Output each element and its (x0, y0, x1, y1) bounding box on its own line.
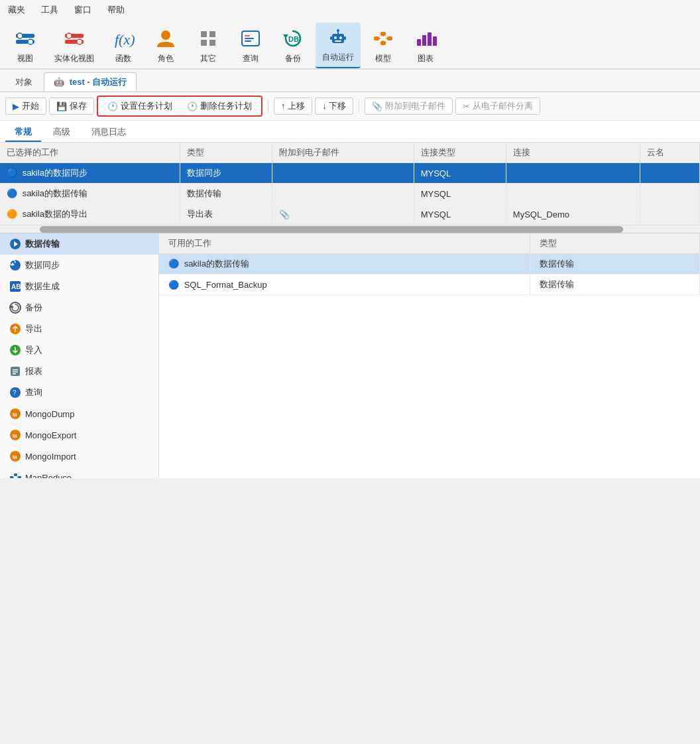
svg-rect-15 (245, 35, 250, 36)
other-icon (196, 27, 220, 50)
view-label: 视图 (17, 53, 33, 64)
data-sync-icon (9, 259, 21, 271)
sub-tab-advanced[interactable]: 高级 (44, 123, 80, 142)
data-generate-icon: AB (9, 280, 21, 292)
available-job-row[interactable]: 🔵 SQL_Format_Backup 数据传输 (159, 275, 700, 295)
menu-window[interactable]: 窗口 (72, 3, 94, 17)
svg-rect-36 (417, 39, 421, 46)
left-item-report[interactable]: 报表 (0, 361, 158, 382)
auto-run-label: 自动运行 (322, 52, 354, 63)
query-label: 查询 (243, 53, 259, 64)
cell-connection (506, 184, 640, 204)
svg-point-25 (337, 29, 339, 32)
icon-btn-auto-run[interactable]: 自动运行 (316, 23, 361, 68)
left-item-import[interactable]: 导入 (0, 340, 158, 361)
type-header: 类型 (530, 233, 700, 254)
mongodump-icon: M (9, 408, 21, 420)
menu-help[interactable]: 帮助 (105, 3, 127, 17)
svg-text:AB: AB (11, 283, 21, 290)
left-item-mongoimport[interactable]: M MongoImport (0, 446, 158, 467)
scroll-thumb[interactable] (40, 226, 623, 233)
model-icon (371, 27, 395, 50)
table-row[interactable]: 🔵 sakila的数据传输 数据传输 MYSQL (0, 184, 700, 204)
save-button[interactable]: 💾 保存 (49, 97, 94, 115)
sub-tab-general[interactable]: 常规 (5, 123, 41, 142)
backup-label: 备份 (285, 53, 301, 64)
cell-cloudname (640, 204, 700, 225)
icon-btn-query[interactable]: 查询 (231, 24, 270, 68)
cell-cloudname (640, 163, 700, 184)
left-item-data-transfer[interactable]: 数据传输 (0, 233, 158, 255)
right-panel: 可用的工作 类型 🔵 sakila的数据传输 数据传输 🔵 SQL_Format… (159, 233, 700, 478)
horizontal-scrollbar[interactable] (0, 225, 700, 233)
export-list-icon (9, 323, 21, 335)
svg-point-22 (339, 36, 342, 39)
cell-type: 数据同步 (180, 163, 272, 184)
tab-robot-icon: 🤖 (54, 77, 64, 87)
icon-btn-role[interactable]: 角色 (146, 24, 186, 68)
menu-tools[interactable]: 工具 (38, 3, 61, 17)
svg-rect-31 (380, 41, 386, 45)
attach-icon: 📎 (372, 101, 382, 111)
cell-email (272, 184, 414, 204)
svg-rect-16 (245, 38, 254, 39)
cell-email (272, 163, 414, 184)
cell-job: 🔵 sakila的数据同步 (0, 163, 180, 184)
left-item-data-sync[interactable]: 数据同步 (0, 255, 158, 276)
menu-favorites[interactable]: 藏夹 (5, 3, 28, 17)
set-schedule-button[interactable]: 🕐 设置任务计划 (101, 98, 179, 114)
top-section: 已选择的工作 类型 附加到电子邮件 连接类型 连接 云名 🔵 sakila的数据… (0, 143, 700, 233)
available-job-name: 🔵 sakila的数据传输 (159, 254, 530, 275)
icon-btn-backup[interactable]: DB 备份 (273, 24, 313, 68)
tab-test-autorun[interactable]: 🤖 test - 自动运行 (44, 72, 137, 92)
role-icon (154, 27, 178, 50)
mongoexport-icon: M (9, 429, 21, 441)
view-icon (13, 27, 37, 50)
action-divider-1 (268, 99, 268, 113)
col-header-conntype: 连接类型 (414, 143, 506, 163)
start-button[interactable]: ▶ 开始 (5, 97, 46, 115)
left-item-mongoexport[interactable]: M MongoExport (0, 424, 158, 446)
svg-marker-18 (283, 34, 288, 38)
icon-btn-other[interactable]: 其它 (188, 24, 228, 68)
table-row[interactable]: 🔵 sakila的数据同步 数据同步 MYSQL (0, 163, 700, 184)
cell-conntype: MYSQL (414, 184, 506, 204)
attach-email-button[interactable]: 📎 附加到电子邮件 (365, 97, 453, 115)
svg-rect-51 (13, 369, 18, 371)
icon-btn-model[interactable]: 模型 (363, 24, 403, 68)
left-item-backup[interactable]: 备份 (0, 297, 158, 318)
cell-type: 数据传输 (180, 184, 272, 204)
save-icon: 💾 (56, 101, 67, 111)
move-down-button[interactable]: ↓ 下移 (315, 97, 353, 115)
left-item-export[interactable]: 导出 (0, 318, 158, 340)
svg-point-3 (28, 39, 33, 44)
cell-connection (506, 163, 640, 184)
query-list-icon: ? (9, 387, 21, 399)
detach-email-button[interactable]: ✂ 从电子邮件分离 (455, 97, 540, 115)
tab-object[interactable]: 对象 (5, 72, 42, 92)
icon-btn-view[interactable]: 视图 (5, 24, 45, 68)
import-list-icon (9, 344, 21, 356)
function-icon: f(x) (111, 27, 135, 50)
table-row[interactable]: 🟠 sakila数据的导出 导出表 📎 MYSQL MySQL_Demo (0, 204, 700, 225)
available-job-row[interactable]: 🔵 sakila的数据传输 数据传输 (159, 254, 700, 275)
icon-btn-function[interactable]: f(x) 函数 (103, 24, 143, 68)
clock-icon: 🕐 (107, 101, 118, 111)
job-icon: 🔵 (168, 259, 179, 269)
svg-rect-29 (380, 32, 386, 36)
icon-btn-chart[interactable]: 图表 (406, 24, 445, 68)
other-label: 其它 (200, 53, 216, 64)
icon-btn-materialized-view[interactable]: 实体化视图 (48, 24, 101, 68)
left-item-data-generate[interactable]: AB 数据生成 (0, 276, 158, 297)
mapreduce-icon (9, 471, 21, 478)
available-job-type: 数据传输 (530, 254, 700, 275)
left-item-mapreduce[interactable]: MapReduce (0, 467, 158, 478)
move-up-button[interactable]: ↑ 上移 (274, 97, 312, 115)
delete-schedule-button[interactable]: 🕐 删除任务计划 (180, 98, 259, 114)
auto-run-icon (326, 25, 350, 49)
svg-rect-11 (209, 31, 215, 37)
sub-tab-message-log[interactable]: 消息日志 (82, 123, 135, 142)
col-header-email: 附加到电子邮件 (272, 143, 414, 163)
left-item-mongodump[interactable]: M MongoDump (0, 403, 158, 424)
left-item-query[interactable]: ? 查询 (0, 382, 158, 403)
